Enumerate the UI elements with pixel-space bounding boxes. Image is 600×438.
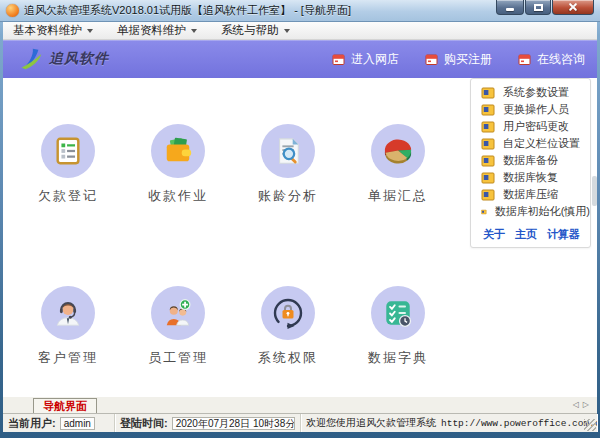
- module-label: 单据汇总: [368, 187, 428, 205]
- welcome-url: http://www.poweroffice.com.cn.com.cn: [441, 418, 597, 429]
- tab-scroll-arrows: ◁ ▷: [573, 400, 589, 409]
- quick-item-label: 自定义栏位设置: [503, 136, 580, 151]
- online-consult-button[interactable]: 在线咨询: [518, 51, 585, 68]
- app-icon: [6, 4, 19, 17]
- customer-headset-icon: [41, 286, 95, 340]
- login-time-value: 2020年07月28日 10时38分00秒: [172, 417, 295, 430]
- note-icon: [481, 172, 495, 184]
- status-welcome: 欢迎您使用追风欠款管理系统 http://www.poweroffice.com…: [301, 414, 597, 432]
- quick-item-label: 用户密码更改: [503, 119, 569, 134]
- note-icon: [481, 138, 495, 150]
- current-user-value: admin: [60, 417, 95, 430]
- module-data-dictionary[interactable]: 数据字典: [343, 286, 453, 366]
- employee-add-icon: [151, 286, 205, 340]
- chevron-down-icon: [284, 29, 290, 33]
- note-icon: [481, 189, 495, 201]
- quick-item-label: 数据库初始化(慎用): [495, 204, 590, 219]
- status-login-time: 登陆时间: 2020年07月28日 10时38分00秒: [115, 414, 301, 432]
- maximize-icon: [534, 4, 543, 11]
- window-controls: [495, 0, 594, 15]
- online-consult-label: 在线咨询: [537, 51, 585, 68]
- quick-item-db-restore[interactable]: 数据库恢复: [471, 169, 590, 186]
- brand: 追风软件: [15, 45, 109, 73]
- maximize-button[interactable]: [525, 0, 551, 15]
- menu-item-basic-data[interactable]: 基本资料维护: [13, 23, 93, 38]
- close-icon: [568, 2, 578, 12]
- menu-item-system-help[interactable]: 系统与帮助: [221, 23, 290, 38]
- title-bar: 追风欠款管理系统V2018.01试用版【追风软件工作室】 - [导航界面]: [0, 0, 600, 22]
- note-icon: [481, 206, 487, 218]
- login-time-label: 登陆时间:: [120, 416, 168, 431]
- quick-item-change-operator[interactable]: 更换操作人员: [471, 101, 590, 118]
- module-label: 账龄分析: [258, 187, 318, 205]
- store-icon: [332, 53, 345, 66]
- chevron-down-icon: [191, 29, 197, 33]
- quick-item-label: 更换操作人员: [503, 102, 569, 117]
- scrollbar-thumb[interactable]: [592, 176, 597, 206]
- wallet-icon: [151, 124, 205, 178]
- module-aging-analysis[interactable]: 账龄分析: [233, 124, 343, 204]
- tab-scroll-left-icon[interactable]: ◁: [573, 400, 579, 409]
- note-icon: [481, 121, 495, 133]
- quick-item-db-backup[interactable]: 数据库备份: [471, 152, 590, 169]
- module-employee-management[interactable]: 员工管理: [123, 286, 233, 366]
- store-icon: [518, 53, 531, 66]
- quick-item-custom-fields[interactable]: 自定义栏位设置: [471, 135, 590, 152]
- buy-register-button[interactable]: 购买注册: [425, 51, 492, 68]
- menu-item-label: 基本资料维护: [13, 23, 82, 38]
- navigation-page: 欠款登记 收款作业: [3, 78, 597, 397]
- module-grid: 欠款登记 收款作业: [13, 124, 465, 366]
- note-icon: [481, 155, 495, 167]
- tab-scroll-right-icon[interactable]: ▷: [583, 400, 589, 409]
- menu-bar: 基本资料维护 单据资料维护 系统与帮助: [3, 22, 597, 40]
- quick-item-system-params[interactable]: 系统参数设置: [471, 84, 590, 101]
- enter-website-label: 进入网店: [351, 51, 399, 68]
- menu-item-label: 系统与帮助: [221, 23, 279, 38]
- module-label: 欠款登记: [38, 187, 98, 205]
- module-label: 系统权限: [258, 349, 318, 367]
- quick-item-label: 数据库备份: [503, 153, 558, 168]
- current-user-label: 当前用户:: [8, 416, 56, 431]
- status-bar: 当前用户: admin 登陆时间: 2020年07月28日 10时38分00秒 …: [3, 413, 597, 432]
- calculator-link[interactable]: 计算器: [547, 227, 580, 242]
- menu-item-document-data[interactable]: 单据资料维护: [117, 23, 197, 38]
- toolbar-links: 进入网店 购买注册 在线咨询: [332, 51, 585, 68]
- home-link[interactable]: 主页: [515, 227, 537, 242]
- tab-navigation-page[interactable]: 导航界面: [33, 398, 97, 413]
- quick-item-label: 系统参数设置: [503, 85, 569, 100]
- module-customer-management[interactable]: 客户管理: [13, 286, 123, 366]
- module-document-summary[interactable]: 单据汇总: [343, 124, 453, 204]
- quick-item-change-password[interactable]: 用户密码更改: [471, 118, 590, 135]
- module-debt-registration[interactable]: 欠款登记: [13, 124, 123, 204]
- close-button[interactable]: [552, 0, 594, 15]
- quick-item-db-compress[interactable]: 数据库压缩: [471, 186, 590, 203]
- minimize-icon: [506, 8, 514, 11]
- enter-website-button[interactable]: 进入网店: [332, 51, 399, 68]
- quick-settings-panel: 系统参数设置 更换操作人员 用户密码更改 自定义栏位设置 数据库备份: [470, 78, 591, 248]
- module-payment-collection[interactable]: 收款作业: [123, 124, 233, 204]
- checklist-clock-icon: [371, 286, 425, 340]
- welcome-text: 欢迎您使用追风欠款管理系统: [306, 416, 436, 430]
- app-window: 追风欠款管理系统V2018.01试用版【追风软件工作室】 - [导航界面] 基本…: [0, 0, 600, 438]
- resize-grip-icon[interactable]: [584, 419, 596, 431]
- tab-strip: 导航界面 ◁ ▷: [3, 397, 597, 413]
- quick-item-label: 数据库压缩: [503, 187, 558, 202]
- window-title: 追风欠款管理系统V2018.01试用版【追风软件工作室】 - [导航界面]: [24, 3, 490, 18]
- note-icon: [481, 104, 495, 116]
- pie-chart-icon: [371, 124, 425, 178]
- document-search-icon: [261, 124, 315, 178]
- chevron-down-icon: [87, 29, 93, 33]
- module-system-permissions[interactable]: 系统权限: [233, 286, 343, 366]
- buy-register-label: 购买注册: [444, 51, 492, 68]
- module-label: 数据字典: [368, 349, 428, 367]
- store-icon: [425, 53, 438, 66]
- module-label: 收款作业: [148, 187, 208, 205]
- quick-item-db-initialize[interactable]: 数据库初始化(慎用): [471, 203, 590, 220]
- menu-item-label: 单据资料维护: [117, 23, 186, 38]
- ledger-form-icon: [41, 124, 95, 178]
- module-label: 员工管理: [148, 349, 208, 367]
- module-label: 客户管理: [38, 349, 98, 367]
- minimize-button[interactable]: [496, 0, 524, 15]
- note-icon: [481, 87, 495, 99]
- about-link[interactable]: 关于: [483, 227, 505, 242]
